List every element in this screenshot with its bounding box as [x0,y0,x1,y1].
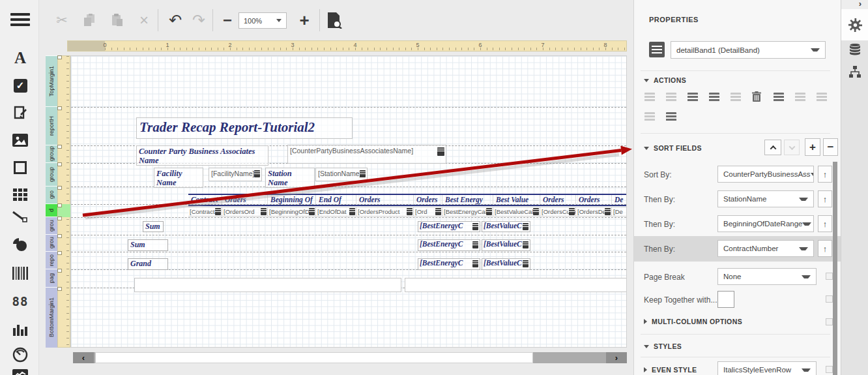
data-sources-icon[interactable] [841,43,868,56]
tool-textbox[interactable]: A [8,48,32,68]
tool-panel[interactable] [8,157,32,178]
tool-line[interactable] [8,206,32,227]
zoom-out-icon[interactable]: − [216,8,239,33]
tool-crosstab[interactable]: 88 [8,291,32,312]
then-by-dropdown-3[interactable]: ContractNumber [717,240,814,257]
page-break-checkbox[interactable] [826,273,833,280]
grand-label-textbox[interactable]: Grand [128,258,168,270]
group1-field-textbox[interactable]: [CounterPartyBusinessAssociatesName] [287,145,446,164]
band-separator[interactable] [71,235,626,235]
action-icon[interactable] [644,93,655,102]
then-by-dropdown-2[interactable]: BeginningOfDateRange [717,215,814,232]
detail-cell[interactable]: [OrdersOrd [222,207,268,217]
band-handle[interactable] [57,186,62,190]
sort-direction-button[interactable]: ↑ [818,166,832,183]
grand-field-best-energy[interactable]: [BestEnergyC [418,258,480,270]
keep-together-checkbox[interactable] [826,295,833,303]
band-handle[interactable] [57,55,62,59]
tool-html-textbox[interactable] [8,102,32,123]
detail-cell[interactable]: [OrdersProduct [356,207,414,217]
collapse-panel-icon[interactable]: › [859,0,861,8]
redo-icon[interactable]: ↷ [188,8,210,33]
scroll-left-button[interactable]: ‹ [73,352,94,363]
sort-direction-button[interactable]: ↑ [818,240,832,257]
undo-icon[interactable]: ↶ [164,8,186,33]
page-break-dropdown[interactable]: None [717,268,817,285]
keep-together-box[interactable] [717,291,734,308]
paste-icon[interactable] [106,8,128,33]
delete-band-icon[interactable] [752,91,761,104]
zoom-in-icon[interactable]: + [293,8,315,33]
multi-column-section-header[interactable]: MULTI-COLUMN OPTIONS [644,318,742,325]
facility-field-textbox[interactable]: [FacilityName] [209,168,262,181]
station-label-textbox[interactable]: Station Name [265,168,315,188]
band-separator[interactable] [71,217,626,218]
sort-fields-section-header[interactable]: SORT FIELDS [644,144,702,152]
band-page-footer[interactable]: pag [46,269,57,287]
action-icon[interactable] [687,93,698,102]
tool-sparkline[interactable] [8,364,32,375]
band-group-footer-1[interactable]: grou [46,217,57,234]
action-icon[interactable] [644,112,655,121]
settings-gear-icon[interactable] [841,18,868,32]
element-selector-dropdown[interactable]: detailBand1 (DetailBand) [671,41,826,59]
add-sort-field-button[interactable]: + [805,138,820,156]
band-top-margin[interactable]: TopMargin1 [46,55,57,106]
panel-scrollbar-thumb[interactable] [833,162,837,375]
column-header[interactable]: Best Value [493,195,540,205]
sum-field-best-energy[interactable]: [BestEnergyC [418,221,480,232]
report-explorer-icon[interactable] [841,66,868,78]
multi-column-checkbox[interactable] [826,318,833,325]
sum-label-textbox[interactable]: Sum [143,221,164,232]
column-header[interactable]: Orders [576,195,612,205]
delete-icon[interactable]: × [133,8,155,33]
sort-direction-button[interactable]: ↑ [818,190,832,207]
tool-shape[interactable] [8,234,32,255]
even-style-dropdown[interactable]: ItalicsStyleEvenRow [717,361,817,375]
zoom-level-dropdown[interactable]: 100% [239,12,287,29]
grand-field-best-value[interactable]: [BestValueC [482,258,530,270]
detail-cell[interactable]: [EndOfDat [316,207,356,217]
column-header[interactable]: Contract [188,195,222,205]
action-icon[interactable] [666,112,676,121]
tool-barcode[interactable] [8,263,32,284]
band-separator[interactable] [71,347,626,348]
band-report-footer[interactable]: repo [46,251,57,269]
band-handle[interactable] [57,145,62,149]
detail-cell[interactable]: [De [612,207,627,217]
sort-move-down-button[interactable] [784,140,800,155]
action-icon[interactable] [666,93,676,102]
band-separator[interactable] [71,107,626,108]
tool-graph[interactable] [8,319,32,340]
scrollbar-thumb[interactable] [95,352,533,363]
band-handle[interactable] [57,203,62,207]
cut-icon[interactable]: ✂ [51,8,73,33]
band-separator[interactable] [71,252,626,252]
band-report-header[interactable]: reportH [46,106,57,145]
tool-table[interactable] [8,185,32,205]
sort-direction-button[interactable]: ↑ [818,215,832,232]
detail-cell[interactable]: [Ord [414,207,442,217]
band-group-footer-2[interactable]: grou [46,234,57,251]
copy-icon[interactable] [78,8,100,33]
column-header[interactable]: Orders [222,195,268,205]
band-handle[interactable] [57,269,62,273]
band-handle[interactable] [57,106,62,110]
sum-label-textbox[interactable]: Sum [128,239,168,251]
tool-gauge[interactable] [8,344,32,365]
column-header[interactable]: Orders [540,195,576,205]
sort-by-dropdown[interactable]: CounterPartyBusinessAss [717,166,814,183]
action-icon[interactable] [709,93,719,102]
column-header[interactable]: Orders [356,195,414,205]
scroll-right-button[interactable]: › [606,352,627,363]
band-handle[interactable] [57,251,62,255]
band-group-header-3[interactable]: gro [46,186,57,203]
design-surface[interactable]: Trader Recap Report-Tutorial2 Counter Pa… [70,55,627,348]
band-group-header-2[interactable]: group [46,162,57,186]
even-style-checkbox[interactable] [826,366,833,373]
page-footer-textbox[interactable] [405,278,627,292]
main-menu-icon[interactable] [10,13,30,26]
band-handle[interactable] [57,162,62,166]
actions-section-header[interactable]: ACTIONS [644,76,686,84]
sum-field-best-value[interactable]: [BestValueC [482,221,530,232]
